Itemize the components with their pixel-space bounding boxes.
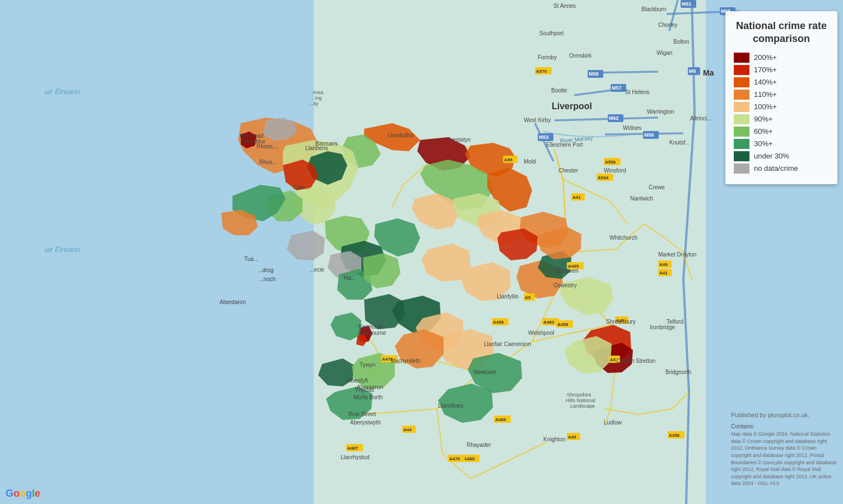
svg-text:A487: A487 <box>347 446 358 451</box>
svg-text:A55: A55 <box>504 157 513 162</box>
svg-text:Rhayader: Rhayader <box>467 442 491 448</box>
svg-text:A49: A49 <box>659 262 668 267</box>
svg-text:Bow Street: Bow Street <box>348 411 376 417</box>
svg-text:...ity: ...ity <box>309 101 319 106</box>
svg-text:Tywyn: Tywyn <box>360 362 375 368</box>
svg-text:A49: A49 <box>568 435 576 440</box>
svg-text:A458: A458 <box>557 322 569 327</box>
svg-text:...noch: ...noch <box>259 276 276 282</box>
svg-text:A534: A534 <box>598 175 609 180</box>
svg-text:Ludlow: Ludlow <box>604 419 622 426</box>
svg-text:Shrewsbury: Shrewsbury <box>606 319 636 325</box>
svg-text:Llandudno: Llandudno <box>388 132 414 138</box>
svg-text:Machynlleth: Machynlleth <box>390 358 420 364</box>
svg-text:St Annes: St Annes <box>553 3 576 9</box>
svg-text:A489: A489 <box>495 417 506 422</box>
legend-label: 140%+ <box>754 78 777 86</box>
svg-text:Bolton: Bolton <box>673 39 689 45</box>
svg-text:Landscape: Landscape <box>570 403 595 409</box>
svg-text:Barmaris: Barmaris <box>315 141 338 147</box>
svg-text:Area: Area <box>313 90 323 95</box>
legend-color-box <box>734 77 749 87</box>
svg-text:Newtown: Newtown <box>473 369 496 375</box>
svg-text:Trearddur: Trearddur <box>241 138 266 144</box>
svg-text:Shropshire: Shropshire <box>567 392 592 398</box>
svg-text:A41: A41 <box>659 270 668 276</box>
legend-label: 30%+ <box>754 139 773 148</box>
svg-text:uir Éireann: uir Éireann <box>45 87 80 96</box>
svg-text:Hills National: Hills National <box>566 398 595 403</box>
svg-text:M61: M61 <box>682 1 692 7</box>
legend-item: 90%+ <box>734 114 829 124</box>
legend-item: 170%+ <box>734 65 829 75</box>
svg-text:Aberystwyth: Aberystwyth <box>350 419 380 426</box>
svg-text:A41: A41 <box>572 195 581 200</box>
svg-text:Telford: Telford <box>667 319 683 325</box>
legend-label: 90%+ <box>754 115 773 123</box>
svg-text:A470: A470 <box>449 456 460 461</box>
svg-text:Aberdaron: Aberdaron <box>220 299 246 305</box>
svg-text:Wigan: Wigan <box>656 50 672 56</box>
google-logo: Google <box>6 488 40 500</box>
svg-text:A570: A570 <box>536 69 547 74</box>
svg-text:Southport: Southport <box>539 30 564 36</box>
svg-text:Mold: Mold <box>524 158 536 165</box>
svg-text:St Helens: St Helens <box>625 89 649 95</box>
svg-text:Barmouth: Barmouth <box>358 324 383 330</box>
svg-text:Ellesmere Port: Ellesmere Port <box>546 142 583 148</box>
credits-panel: Published by plumplot.co.uk. Contains: M… <box>731 411 837 487</box>
svg-text:Aberdyfi: Aberdyfi <box>347 377 368 384</box>
svg-text:...ing: ...ing <box>311 95 322 101</box>
svg-text:M56: M56 <box>644 132 654 138</box>
svg-text:Bootle: Bootle <box>551 87 567 94</box>
legend-label: 100%+ <box>754 102 777 111</box>
svg-text:Chester: Chester <box>558 167 579 174</box>
svg-text:Tua...: Tua... <box>244 256 258 262</box>
svg-text:A483: A483 <box>543 320 555 325</box>
published-by: Published by plumplot.co.uk. <box>731 411 837 419</box>
svg-text:A5: A5 <box>610 357 616 362</box>
svg-text:Oswestry: Oswestry <box>553 282 577 288</box>
legend-color-box <box>734 114 749 124</box>
legend-color-box <box>734 151 749 161</box>
svg-text:A456: A456 <box>669 433 680 438</box>
svg-text:Blackburn: Blackburn <box>641 6 666 12</box>
legend-label: under 30% <box>754 152 789 160</box>
svg-text:Ha...: Ha... <box>344 275 356 281</box>
legend-color-box <box>734 65 749 75</box>
svg-text:Market Drayton: Market Drayton <box>658 251 696 258</box>
legend-title: National crime rate comparison <box>734 20 829 46</box>
legend-item: no data/crime <box>734 164 829 174</box>
svg-text:Gobowen: Gobowen <box>555 268 579 274</box>
svg-text:uir Éireann: uir Éireann <box>45 245 80 254</box>
legend-color-box <box>734 102 749 112</box>
legend-item: 100%+ <box>734 102 829 112</box>
legend-color-box <box>734 139 749 149</box>
svg-text:Caer...: Caer... <box>293 184 309 190</box>
svg-text:Altrinci...: Altrinci... <box>690 115 711 122</box>
legend-item: 200%+ <box>734 53 829 63</box>
svg-text:M53: M53 <box>539 134 549 140</box>
svg-text:Church Stretton: Church Stretton <box>616 358 655 364</box>
svg-text:Bridgnorth: Bridgnorth <box>665 369 691 375</box>
legend-label: 170%+ <box>754 66 777 74</box>
svg-text:Whitchurch: Whitchurch <box>609 235 637 241</box>
legend-item: 30%+ <box>734 139 829 149</box>
svg-text:M6: M6 <box>689 68 696 74</box>
svg-text:Prestatyn: Prestatyn <box>447 137 471 143</box>
svg-text:Nantwich: Nantwich <box>630 195 653 202</box>
svg-text:Widnes: Widnes <box>623 125 641 131</box>
svg-text:Rhos...: Rhos... <box>259 159 277 165</box>
svg-text:Fairbourne: Fairbourne <box>359 330 386 336</box>
svg-text:Ironbridge: Ironbridge <box>650 324 675 330</box>
legend-color-box <box>734 127 749 137</box>
svg-text:Ynyslas: Ynyslas <box>355 387 374 393</box>
legend-item: 140%+ <box>734 77 829 87</box>
svg-text:M58: M58 <box>589 71 599 77</box>
svg-text:...drog: ...drog <box>258 267 273 273</box>
legend-color-box <box>734 90 749 100</box>
legend: National crime rate comparison 200%+170%… <box>725 11 837 184</box>
legend-color-box <box>734 164 749 174</box>
legend-items: 200%+170%+140%+110%+100%+90%+60%+30%+und… <box>734 53 829 174</box>
map-container: uir Éireann uir Éireann River Mersey M65… <box>0 0 843 504</box>
